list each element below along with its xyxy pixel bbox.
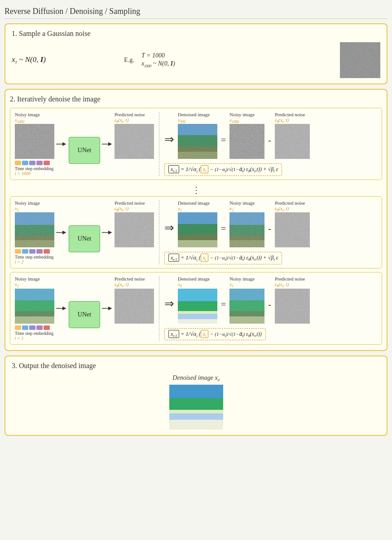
svg-rect-42 (15, 289, 54, 324)
section1-formula: xT ~ N(0, I) (12, 55, 115, 65)
row1-big-arrow: ⇒ (164, 132, 174, 146)
row1-pred2-label: Predicted noise (275, 112, 305, 117)
svg-rect-46 (115, 289, 154, 324)
svg-rect-50 (178, 314, 217, 320)
row1-formula: xt-1 = 1/√αt (xt − (1−αt)/√(1−ᾱt) εθ(xt,… (164, 163, 282, 176)
row2-minus: - (268, 224, 271, 234)
row1-minus: - (268, 135, 271, 145)
row1-noisy2-label: Noisy image (229, 112, 255, 117)
row1-unet: UNet (69, 137, 100, 164)
svg-rect-37 (275, 212, 310, 247)
row3-big-arrow: ⇒ (164, 297, 174, 311)
svg-rect-3 (15, 124, 54, 159)
section1-noise-image (340, 42, 380, 78)
row1-pred2-image (275, 124, 310, 159)
row3-pred2-sub: εθ(xt, t) (275, 281, 289, 288)
svg-rect-12 (178, 124, 217, 159)
row1-time-label: Time step embedding (15, 166, 53, 171)
svg-rect-1 (340, 42, 380, 78)
row2-divider (159, 200, 159, 264)
svg-rect-56 (229, 289, 264, 324)
row3-arrow2 (102, 304, 113, 313)
row1-arrow1 (56, 140, 67, 149)
svg-rect-35 (229, 212, 264, 247)
denoise-row-2: Noisy image x2 (10, 196, 382, 268)
row3-pred2-label: Predicted noise (275, 276, 305, 281)
row3-time-embed: Time step embedding t = 1 (15, 325, 53, 341)
section-3: 3. Output the denoised image Denoised im… (4, 356, 388, 436)
denoise-row-1: Noisy image x1000 (10, 108, 382, 180)
row1-denoised-label: Denoised image (178, 112, 210, 117)
row2-pred2-label: Predicted noise (275, 200, 305, 206)
row1-predicted-noise (115, 124, 154, 159)
row3-divider (159, 276, 159, 340)
row1-pred2-sub: εθ(xt, t) (275, 117, 289, 124)
row2-pred2-sub: εθ(xt, t) (275, 206, 289, 212)
row1-arrow2 (102, 140, 113, 149)
row1-pred-label: Predicted noise (115, 112, 145, 117)
row2-equals: = (221, 224, 226, 234)
row3-noisy2-label: Noisy image (229, 276, 255, 281)
row1-denoised-sub: x999 (178, 117, 185, 124)
row2-noisy-image (15, 212, 54, 247)
page-title: Reverse Diffusion / Denoising / Sampling (4, 4, 388, 19)
section-2-title: 2. Iteratively denoise the image (10, 95, 382, 103)
row3-denoised-sub: x0 (178, 281, 182, 288)
row3-pred2-image (275, 289, 310, 324)
row3-noisy2-sub: x1 (229, 281, 233, 288)
row3-noisy2-image (229, 289, 264, 324)
section3-output-image (169, 385, 223, 430)
row2-denoised-label: Denoised image (178, 200, 210, 206)
row3-noisy-image (15, 289, 54, 324)
section-3-title: 3. Output the denoised image (12, 362, 380, 370)
row3-pred-sub: εθ(xt, t) (115, 281, 128, 288)
row1-time-value: t = 1000 (15, 171, 53, 176)
svg-rect-30 (178, 212, 217, 247)
row1-time-embed: Time step embedding t = 1000 (15, 161, 53, 176)
row3-unet: UNet (69, 301, 100, 328)
row3-arrow1 (56, 304, 67, 313)
section-1-title: 1. Sample a Gaussian noise (12, 30, 380, 38)
row2-unet: UNet (69, 225, 100, 252)
section1-eg: E.g. T = 1000 x1000 ~ N(0, I) (124, 52, 331, 68)
svg-rect-51 (178, 319, 217, 324)
row1-noisy2-image (229, 124, 264, 159)
row2-pred2-image (275, 212, 310, 247)
row2-arrow2 (102, 228, 113, 237)
row1-noisy2-sub: x1000 (229, 117, 239, 124)
row2-pred-label: Predicted noise (115, 200, 145, 206)
svg-rect-21 (15, 212, 54, 247)
row3-predicted-noise (115, 289, 154, 324)
svg-rect-25 (115, 212, 154, 247)
row1-pred-sub: εθ(xt, t) (115, 117, 128, 124)
row3-denoised-label: Denoised image (178, 276, 210, 281)
row3-minus: - (268, 299, 271, 310)
row2-formula: xt-1 = 1/√αt (xt − (1−αt)/√(1−ᾱt) εθ(xt,… (164, 252, 282, 264)
row3-time-value: t = 1 (15, 336, 53, 341)
row2-arrow1 (56, 228, 67, 237)
section-1: 1. Sample a Gaussian noise xT ~ N(0, I) … (4, 23, 388, 84)
row1-denoised-image (178, 124, 217, 159)
row2-noisy2-label: Noisy image (229, 200, 255, 206)
section-2: 2. Iteratively denoise the image Noisy i… (4, 89, 388, 351)
row1-noisy-label: Noisy image (15, 112, 40, 117)
row2-time-embed: Time step embedding t = 2 (15, 249, 53, 264)
svg-rect-16 (275, 124, 310, 159)
svg-rect-63 (169, 420, 223, 430)
row3-denoised-image (178, 289, 217, 324)
row2-denoised-sub: x1 (178, 206, 182, 212)
row3-noisy-label: Noisy image (15, 276, 40, 281)
row3-formula: xt-1 = 1/√αt (xt − (1−αt)/√(1−ᾱt) εθ(xt,… (164, 328, 266, 341)
row1-noisy-image (15, 124, 54, 159)
svg-rect-64 (169, 385, 223, 398)
row2-predicted-noise (115, 212, 154, 247)
row3-pred-label: Predicted noise (115, 276, 145, 281)
row2-noisy2-sub: x2 (229, 206, 233, 212)
row1-noisy-sub: x1000 (15, 117, 24, 124)
row2-time-value: t = 2 (15, 259, 53, 264)
row1-equals: = (221, 135, 226, 145)
row2-time-label: Time step embedding (15, 255, 53, 259)
row2-noisy-sub: x2 (15, 206, 19, 212)
denoise-row-3: Noisy image x1 (10, 272, 382, 344)
row2-noisy2-image (229, 212, 264, 247)
